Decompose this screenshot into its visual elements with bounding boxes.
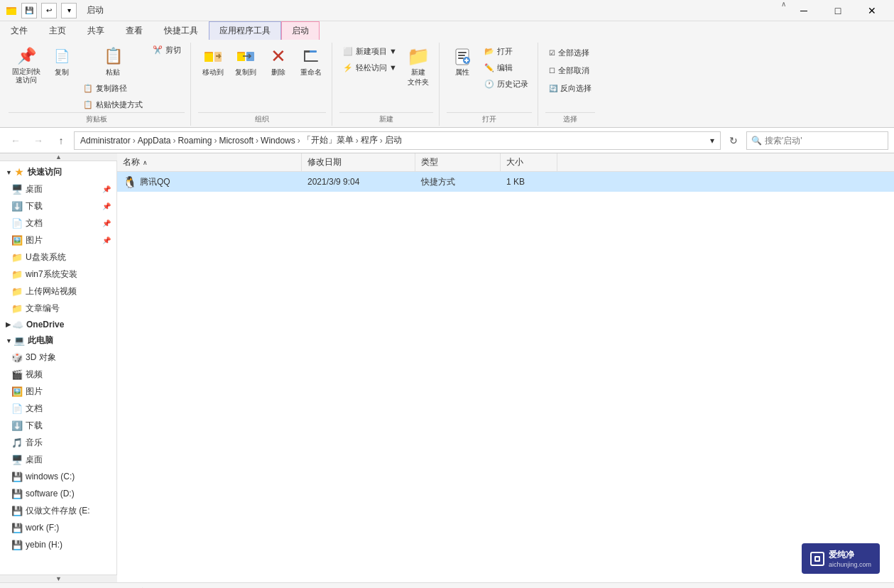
copy-path-button[interactable]: 📋 复制路径: [80, 81, 146, 96]
path-segment-windows[interactable]: Windows: [261, 136, 295, 146]
select-all-label: 全部选择: [558, 48, 589, 58]
sidebar-section-thispc[interactable]: ▼ 💻 此电脑: [0, 332, 116, 349]
tab-wenjian[interactable]: 文件: [0, 21, 38, 40]
sidebar-item-win7[interactable]: 📁 win7系统安装: [0, 266, 116, 283]
column-header-date[interactable]: 修改日期: [302, 153, 415, 171]
sidebar-item-desktop[interactable]: 🖥️ 桌面 📌: [0, 180, 116, 197]
qat-undo[interactable]: ↩: [41, 3, 57, 18]
sidebar-item-drive-c[interactable]: 💾 windows (C:): [0, 468, 116, 485]
sidebar-section-onedrive[interactable]: ▶ ☁️ OneDrive: [0, 317, 116, 332]
search-input[interactable]: [765, 136, 883, 146]
path-segment-chengxu[interactable]: 程序: [361, 134, 378, 146]
sidebar-item-3d[interactable]: 🎲 3D 对象: [0, 349, 116, 366]
back-button[interactable]: ←: [6, 131, 26, 151]
refresh-button[interactable]: ↻: [724, 131, 743, 151]
ribbon-group-new: ⬜ 新建项目 ▼ ⚡ 轻松访问 ▼ 📁 新建文件夹 新建: [334, 43, 440, 126]
3d-icon: 🎲: [11, 352, 23, 363]
tab-gonxiang[interactable]: 共享: [77, 21, 115, 40]
forward-button[interactable]: →: [28, 131, 48, 151]
address-bar: ← → ↑ Administrator › AppData › Roaming …: [0, 128, 894, 153]
tab-yingyong[interactable]: 应用程序工具: [209, 21, 281, 40]
sidebar-item-drive-e[interactable]: 💾 仅做文件存放 (E:: [0, 502, 116, 519]
tab-zhuyei[interactable]: 主页: [38, 21, 77, 40]
new-folder-button[interactable]: 📁 新建文件夹: [403, 43, 433, 89]
column-name-label: 名称: [123, 156, 140, 168]
sidebar-item-video[interactable]: 🎬 视频: [0, 366, 116, 383]
paste-button[interactable]: 📋 粘贴: [80, 43, 146, 80]
sidebar-scroll-up[interactable]: ▲: [0, 153, 117, 161]
history-button[interactable]: 🕐 历史记录: [481, 77, 532, 92]
sidebar-section-quickaccess[interactable]: ▼ ★ 快速访问: [0, 164, 116, 180]
file-size-cell: 1 KB: [501, 177, 557, 187]
sidebar-item-docs[interactable]: 📄 文档 📌: [0, 214, 116, 232]
pictures-pin-icon: 📌: [102, 236, 111, 244]
close-button[interactable]: ✕: [856, 0, 888, 21]
address-path[interactable]: Administrator › AppData › Roaming › Micr…: [74, 131, 721, 150]
edit-button[interactable]: ✏️ 编辑: [481, 60, 532, 75]
pin-quickaccess-button[interactable]: 📌 固定到快速访问: [9, 43, 44, 87]
open-button[interactable]: 📂 打开: [481, 44, 532, 59]
rename-icon: [300, 45, 322, 67]
path-segment-microsoft[interactable]: Microsoft: [219, 136, 254, 146]
sidebar-item-articles[interactable]: 📁 文章编号: [0, 300, 116, 317]
qat-dropdown[interactable]: ▾: [61, 3, 77, 18]
new-item-button[interactable]: ⬜ 新建项目 ▼: [339, 44, 400, 59]
sidebar-3d-label: 3D 对象: [26, 352, 56, 364]
history-label: 历史记录: [497, 79, 528, 89]
ribbon-chevron[interactable]: ∧: [781, 0, 786, 21]
sidebar-item-udisk[interactable]: 📁 U盘装系统: [0, 249, 116, 266]
file-row-qq[interactable]: 🐧 腾讯QQ 2021/3/9 9:04 快捷方式 1 KB: [117, 172, 894, 192]
deselect-all-button[interactable]: ☐ 全部取消: [545, 63, 595, 78]
new-folder-icon: 📁: [407, 45, 430, 67]
sidebar-item-downloads[interactable]: ⬇️ 下载 📌: [0, 197, 116, 214]
sidebar-item-docs2[interactable]: 📄 文档: [0, 400, 116, 417]
properties-button[interactable]: 属性: [447, 43, 478, 80]
invert-select-button[interactable]: 🔄 反向选择: [545, 81, 595, 96]
path-segment-qidong[interactable]: 启动: [385, 134, 402, 146]
delete-button[interactable]: ✕ 删除: [263, 43, 293, 80]
easy-access-icon: ⚡: [343, 63, 353, 72]
column-header-name[interactable]: 名称 ∧: [117, 153, 302, 171]
tab-chakan[interactable]: 查看: [115, 21, 153, 40]
sidebar-item-drive-d[interactable]: 💾 software (D:): [0, 485, 116, 502]
column-header-size[interactable]: 大小: [501, 153, 557, 171]
sidebar-item-drive-f[interactable]: 💾 work (F:): [0, 519, 116, 536]
sidebar-item-desktop2[interactable]: 🖥️ 桌面: [0, 451, 116, 468]
easy-access-button[interactable]: ⚡ 轻松访问 ▼: [339, 60, 400, 75]
svg-rect-11: [304, 60, 318, 62]
maximize-button[interactable]: □: [822, 0, 854, 21]
tab-kuaijie[interactable]: 快捷工具: [153, 21, 209, 40]
qat-save[interactable]: 💾: [21, 3, 37, 18]
file-list-empty[interactable]: [117, 192, 894, 582]
sidebar-item-upload[interactable]: 📁 上传网站视频: [0, 283, 116, 300]
rename-button[interactable]: 重命名: [296, 43, 326, 80]
path-segment-admin[interactable]: Administrator: [80, 136, 131, 146]
sidebar-item-downloads2[interactable]: ⬇️ 下载: [0, 417, 116, 434]
organize-content: 移动到 复制到 ✕ 删: [198, 43, 326, 112]
select-all-button[interactable]: ☑ 全部选择: [545, 45, 595, 60]
sidebar-scroll-down[interactable]: ▼: [0, 575, 117, 582]
easy-access-label: 轻松访问 ▼: [356, 62, 397, 73]
deselect-all-label: 全部取消: [558, 65, 589, 76]
copy-to-button[interactable]: 复制到: [231, 43, 261, 80]
copy-button[interactable]: 📄 复制: [47, 43, 77, 80]
path-dropdown-btn[interactable]: ▾: [710, 136, 714, 146]
pin-icon: 📌: [15, 45, 38, 67]
ribbon-group-select: ☑ 全部选择 ☐ 全部取消 🔄 反向选择 选择: [540, 43, 601, 126]
path-segment-appdata[interactable]: AppData: [138, 136, 171, 146]
move-to-button[interactable]: 移动到: [198, 43, 228, 80]
path-segment-roaming[interactable]: Roaming: [178, 136, 212, 146]
column-header-type[interactable]: 类型: [415, 153, 501, 171]
sidebar-item-pictures[interactable]: 🖼️ 图片 📌: [0, 232, 116, 249]
sidebar-item-pictures2[interactable]: 🖼️ 图片: [0, 383, 116, 400]
minimize-button[interactable]: ─: [787, 0, 820, 21]
up-button[interactable]: ↑: [51, 131, 71, 151]
paste-shortcut-button[interactable]: 📋 粘贴快捷方式: [80, 97, 146, 112]
tab-qidong[interactable]: 启动: [281, 21, 320, 40]
path-segment-kaishi[interactable]: 「开始」菜单: [302, 134, 354, 146]
cut-button[interactable]: ✂️ 剪切: [149, 43, 185, 58]
sidebar-item-music[interactable]: 🎵 音乐: [0, 434, 116, 451]
column-size-label: 大小: [506, 156, 523, 168]
downloads2-icon: ⬇️: [11, 420, 23, 431]
sidebar-item-drive-h[interactable]: 💾 yebin (H:): [0, 536, 116, 553]
